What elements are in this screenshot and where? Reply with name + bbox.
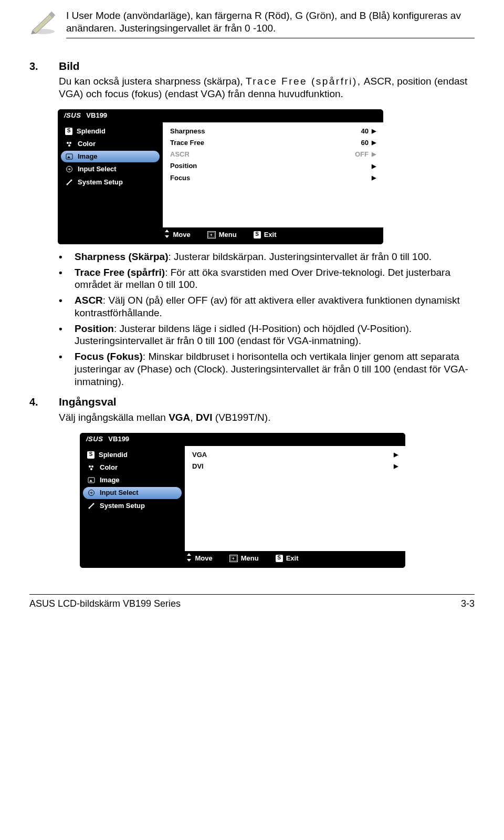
svg-point-15 xyxy=(89,465,91,468)
svg-point-10 xyxy=(67,183,68,185)
section-body: Du kan också justera sharpness (skärpa),… xyxy=(59,75,475,388)
image-icon xyxy=(87,476,96,484)
bullet: • Sharpness (Skärpa): Justerar bildskärp… xyxy=(59,251,475,263)
row-ascr[interactable]: ASCR OFF ▶ xyxy=(167,149,379,160)
setting-label: VGA xyxy=(192,451,365,459)
svg-rect-7 xyxy=(66,154,72,159)
svg-marker-23 xyxy=(187,553,191,556)
osd-right-panel: Sharpness 40 ▶ Trace Free 60 ▶ ASCR OFF xyxy=(163,122,383,227)
svg-point-11 xyxy=(71,179,72,181)
menu-system-setup[interactable]: System Setup xyxy=(61,177,160,188)
menu-icon xyxy=(229,555,238,562)
menu-color[interactable]: Color xyxy=(83,462,182,473)
svg-marker-8 xyxy=(67,156,70,158)
tools-icon xyxy=(87,502,96,510)
input-icon xyxy=(87,489,96,497)
bullet-text: : Välj ON (på) eller OFF (av) för att ak… xyxy=(75,295,460,318)
menu-label: Input Select xyxy=(100,489,139,497)
svg-point-5 xyxy=(69,142,71,144)
intro-text: Välj ingångskälla mellan xyxy=(59,412,169,423)
menu-color[interactable]: Color xyxy=(61,138,160,150)
footer-move[interactable]: Move xyxy=(164,230,190,240)
svg-point-21 xyxy=(89,507,90,509)
row-position[interactable]: Position ▶ xyxy=(167,160,379,172)
svg-point-22 xyxy=(93,503,94,504)
bullets-section3: • Sharpness (Skärpa): Justerar bildskärp… xyxy=(59,251,475,388)
menu-label: Input Select xyxy=(78,165,117,173)
section-title: Ingångsval xyxy=(59,395,117,409)
asus-logo: /SUS xyxy=(64,111,81,120)
section-4: 4. Ingångsval Välj ingångskälla mellan V… xyxy=(29,395,475,568)
arrow-right-icon: ▶ xyxy=(372,174,376,182)
bullet-text: : Justerar bildskärpan. Justeringsinterv… xyxy=(168,251,432,262)
footer-move[interactable]: Move xyxy=(186,553,212,564)
menu-splendid[interactable]: S Splendid xyxy=(61,126,160,137)
bullet-bold: Sharpness (Skärpa) xyxy=(75,251,168,262)
arrow-right-icon: ▶ xyxy=(372,163,376,170)
row-sharpness[interactable]: Sharpness 40 ▶ xyxy=(167,126,379,137)
s-icon: S xyxy=(87,451,94,459)
section-3: 3. Bild Du kan också justera sharpness (… xyxy=(29,59,475,388)
setting-value: OFF xyxy=(343,150,372,159)
bullet-bold: ASCR xyxy=(75,295,103,306)
menu-system-setup[interactable]: System Setup xyxy=(83,500,182,512)
section-number: 3. xyxy=(29,60,43,73)
footer-menu[interactable]: Menu xyxy=(229,554,259,563)
page-footer: ASUS LCD-bildskärm VB199 Series 3-3 xyxy=(29,594,475,610)
s-icon: S xyxy=(254,231,261,238)
row-focus[interactable]: Focus ▶ xyxy=(167,172,379,184)
menu-label: Color xyxy=(100,463,118,472)
svg-rect-18 xyxy=(88,478,94,483)
svg-marker-13 xyxy=(165,235,169,238)
bullet-dot: • xyxy=(59,251,65,263)
image-icon xyxy=(65,152,74,161)
menu-splendid[interactable]: S Splendid xyxy=(83,449,182,461)
arrow-right-icon: ▶ xyxy=(372,151,376,158)
note-text: I User Mode (anvöndarläge), kan färgerna… xyxy=(66,9,475,38)
svg-point-17 xyxy=(90,468,92,470)
bullet-bold: Focus (Fokus) xyxy=(75,351,143,362)
footer-label: Menu xyxy=(219,231,237,239)
setting-label: Sharpness xyxy=(170,127,343,136)
row-vga[interactable]: VGA ▶ xyxy=(189,449,401,461)
intro-text: (VB199T/N). xyxy=(213,412,271,423)
menu-label: Color xyxy=(78,140,96,148)
row-dvi[interactable]: DVI ▶ xyxy=(189,461,401,472)
arrow-right-icon: ▶ xyxy=(394,451,398,459)
bullet: • Focus (Fokus): Minskar bildbruset i ho… xyxy=(59,350,475,388)
menu-input-select[interactable]: Input Select xyxy=(61,163,160,175)
svg-marker-19 xyxy=(89,480,92,482)
menu-input-select[interactable]: Input Select xyxy=(83,487,182,499)
row-trace-free[interactable]: Trace Free 60 ▶ xyxy=(167,137,379,149)
updown-icon xyxy=(186,553,192,564)
svg-point-4 xyxy=(67,142,69,144)
svg-marker-12 xyxy=(165,230,169,232)
setting-value: 60 xyxy=(343,139,372,147)
footer-exit[interactable]: S Exit xyxy=(254,231,277,239)
intro-vga: VGA xyxy=(169,412,190,423)
menu-label: Image xyxy=(100,476,120,484)
arrow-right-icon: ▶ xyxy=(394,463,398,470)
osd-model: VB199 xyxy=(86,111,107,120)
osd-footer: Move Menu S Exit xyxy=(58,227,383,244)
setting-label: Trace Free xyxy=(170,139,343,147)
osd-left-menu: S Splendid Color xyxy=(80,446,185,551)
intro-text-b: Trace Free (spårfri), xyxy=(246,76,362,87)
bullet-dot: • xyxy=(59,294,65,319)
setting-label: Position xyxy=(170,162,343,170)
footer-menu[interactable]: Menu xyxy=(207,231,237,239)
footer-label: Exit xyxy=(264,231,277,239)
bullet-bold: Trace Free (spårfri) xyxy=(75,267,165,278)
bullet-text: : Justerar bildens läge i sidled (H-Posi… xyxy=(75,323,412,347)
footer-label: Move xyxy=(173,231,190,239)
bullet: • ASCR: Välj ON (på) eller OFF (av) för … xyxy=(59,294,475,319)
s-icon: S xyxy=(65,128,72,135)
bullet-bold: Position xyxy=(75,323,114,334)
section-title: Bild xyxy=(59,59,80,73)
updown-icon xyxy=(164,230,170,240)
menu-image[interactable]: Image xyxy=(83,474,182,486)
osd-header: /SUS VB199 xyxy=(58,109,383,122)
menu-image[interactable]: Image xyxy=(61,151,160,162)
footer-exit[interactable]: S Exit xyxy=(276,554,299,563)
note-box: I User Mode (anvöndarläge), kan färgerna… xyxy=(29,9,475,38)
